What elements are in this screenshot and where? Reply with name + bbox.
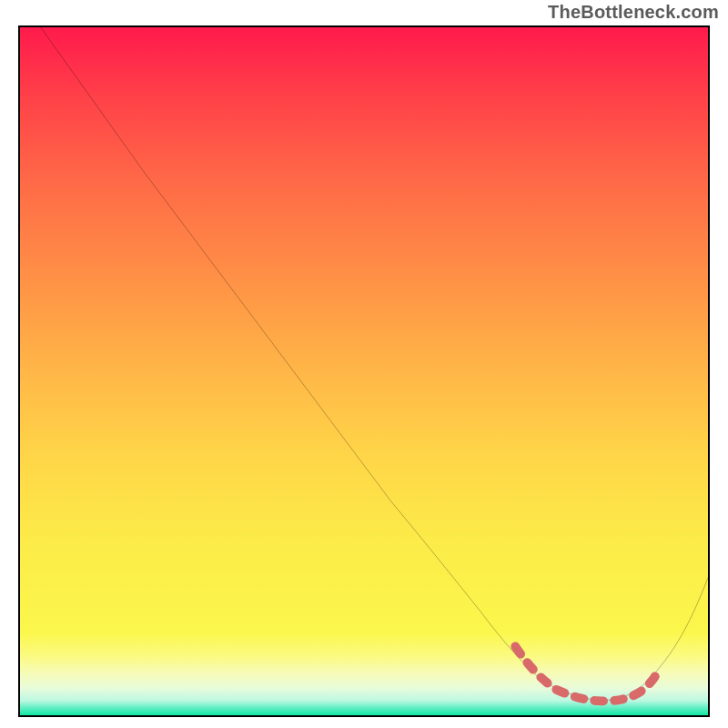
bottleneck-curve: [41, 27, 708, 700]
chart-svg: [20, 27, 708, 715]
attribution-watermark: TheBottleneck.com: [548, 2, 719, 23]
optimal-range-marker: [515, 646, 656, 701]
chart-frame: TheBottleneck.com: [0, 0, 728, 728]
plot-area: [18, 25, 710, 717]
